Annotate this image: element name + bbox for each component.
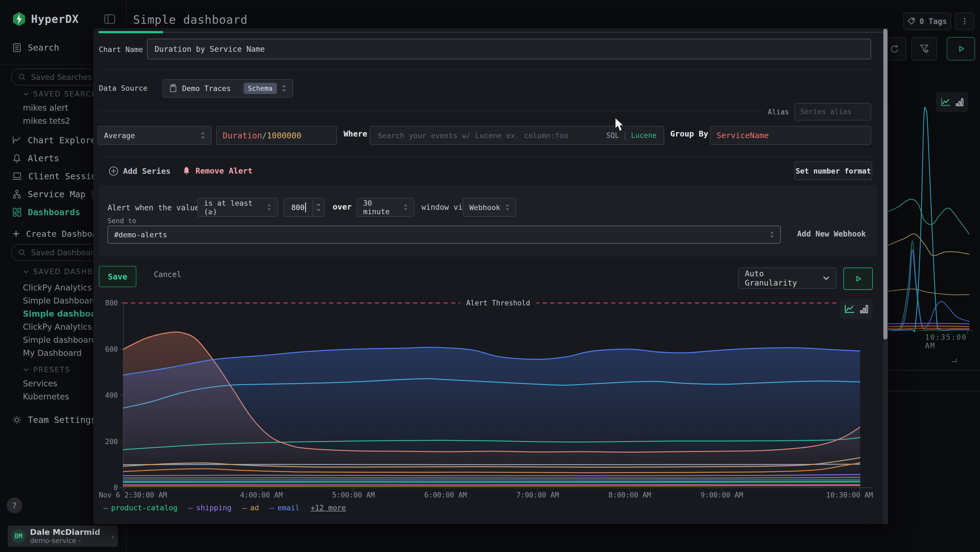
svg-text:4:00:00 AM: 4:00:00 AM [240, 491, 283, 499]
data-source-select[interactable]: Demo Traces Schema [162, 79, 293, 97]
help-button[interactable]: ? [6, 498, 22, 513]
background-chart-type-toggle[interactable] [936, 92, 968, 112]
save-button[interactable]: Save [99, 266, 136, 287]
sidebar-item-client-sessions[interactable]: Client Sessions [12, 171, 107, 182]
saved-searches-input[interactable] [30, 72, 100, 82]
query-language-toggle[interactable]: SQL | Lucene [606, 131, 657, 139]
chevrons-updown-icon [282, 84, 286, 93]
sidebar-item-dashboards[interactable]: Dashboards [12, 207, 80, 217]
dashboards-grid-icon [12, 207, 22, 217]
cancel-button[interactable]: Cancel [154, 270, 181, 279]
set-number-format-button[interactable]: Set number format [794, 161, 872, 180]
legend-swatch: — [103, 504, 108, 512]
sidebar-item-team-settings[interactable]: Team Settings [12, 415, 96, 425]
data-source-label: Data Source [99, 84, 148, 93]
more-menu-button[interactable] [955, 13, 975, 30]
saved-search-item[interactable]: mikes tets2 [23, 116, 70, 126]
dashboard-list-item[interactable]: Simple dashboard [23, 335, 97, 345]
legend-item[interactable]: —ad [242, 504, 259, 512]
alias-input[interactable] [794, 103, 871, 120]
aggregation-select[interactable]: Average [97, 126, 212, 145]
saved-dashboards-input[interactable] [30, 248, 100, 257]
dashboard-list-item[interactable]: Simple Dashboard [23, 296, 98, 305]
run-query-button-top[interactable] [947, 37, 975, 61]
user-menu[interactable]: DM Dale McDiarmid demo-service - › [8, 526, 118, 547]
divider [99, 111, 764, 112]
send-to-select[interactable]: #demo-alerts [108, 226, 781, 244]
chart-name-input[interactable] [147, 39, 871, 59]
schema-badge: Schema [243, 83, 277, 94]
alert-threshold-input[interactable]: 800 [284, 198, 325, 217]
run-query-button[interactable] [843, 268, 873, 290]
filter-button[interactable] [912, 37, 937, 61]
avatar: DM [11, 529, 25, 543]
lucene-toggle[interactable]: Lucene [631, 131, 657, 139]
user-name: Dale McDiarmid [30, 528, 100, 537]
sidebar-item-alerts[interactable]: Alerts [12, 153, 59, 163]
field-expression-input[interactable]: Duration/1000000 [216, 126, 337, 145]
tile-resize-handle[interactable] [952, 359, 957, 362]
logo-text: HyperDX [31, 13, 79, 26]
bell-icon [182, 166, 191, 176]
chevron-down-icon [23, 92, 29, 96]
legend-more[interactable]: +12 more [310, 504, 346, 512]
mouse-cursor [614, 117, 626, 132]
chevron-right-icon: › [111, 531, 114, 541]
tags-button[interactable]: 0 Tags [903, 13, 951, 30]
alert-condition-select[interactable]: is at least (≥) [197, 198, 278, 217]
sidebar-item-search[interactable]: Search [12, 43, 59, 53]
sidebar-collapse-button[interactable] [104, 13, 115, 25]
alert-config-panel: Alert when the value is at least (≥) 800… [99, 185, 877, 257]
alert-window-select[interactable]: 30 minute [356, 198, 414, 217]
search-doc-icon [12, 43, 22, 53]
hyperdx-logo-icon [12, 11, 26, 27]
plus-icon [12, 230, 20, 238]
dashboard-list-item[interactable]: ClickPy Analytics [23, 322, 92, 332]
chevron-down-icon [23, 270, 29, 274]
remove-alert-button[interactable]: Remove Alert [182, 166, 253, 176]
logo[interactable]: HyperDX [12, 11, 79, 27]
user-subtitle: demo-service - [30, 537, 100, 545]
chart-type-toggle[interactable] [840, 299, 872, 319]
dashboard-list-item[interactable]: My Dashboard [23, 348, 82, 358]
legend-item[interactable]: —email [270, 504, 300, 512]
presets-header[interactable]: PRESETS [23, 365, 70, 374]
legend-item[interactable]: —product-catalog [103, 504, 178, 512]
chart-line-icon [12, 136, 22, 145]
alert-channel-select[interactable]: Webhook [463, 198, 516, 217]
text-caret [305, 203, 306, 212]
svg-text:6:00:00 AM: 6:00:00 AM [425, 491, 467, 499]
sidebar-item-chart-explorer[interactable]: Chart Explorer [12, 135, 101, 145]
svg-text:200: 200 [105, 437, 118, 446]
svg-text:8:00:00 AM: 8:00:00 AM [608, 491, 651, 499]
modal-scrollbar-thumb[interactable] [883, 29, 888, 340]
granularity-select[interactable]: Auto Granularity [738, 268, 836, 289]
add-new-webhook-button[interactable]: Add New Webhook [797, 230, 866, 238]
preset-item-kubernetes[interactable]: Kubernetes [23, 392, 69, 401]
saved-search-item[interactable]: mikes alert [23, 103, 68, 113]
chevron-down-icon [822, 276, 830, 281]
group-by-input[interactable]: ServiceName [710, 126, 871, 145]
preset-item-services[interactable]: Services [23, 379, 57, 388]
legend-swatch: — [270, 504, 274, 512]
add-series-button[interactable]: Add Series [108, 166, 171, 176]
where-search-input[interactable] [377, 131, 606, 140]
bell-icon [12, 153, 22, 163]
filter-icon [919, 44, 929, 54]
line-chart-icon [940, 97, 951, 107]
expr-operator: / [262, 131, 267, 140]
legend-swatch: — [242, 504, 247, 512]
tag-icon [907, 17, 915, 26]
kebab-icon [961, 18, 969, 25]
bar-chart-icon [956, 97, 964, 107]
legend-item[interactable]: —shipping [188, 504, 231, 512]
number-stepper[interactable] [312, 198, 324, 216]
chevrons-updown-icon [267, 203, 271, 212]
sql-toggle[interactable]: SQL [606, 131, 619, 139]
tags-button-label: 0 Tags [919, 17, 947, 26]
aggregation-value: Average [104, 131, 135, 140]
background-time-label: 10:35:00 AM [925, 333, 980, 350]
chart-name-label: Chart Name [99, 45, 143, 54]
duration-chart-svg: 0200400600800Nov 6 2:30:00 AM4:00:00 AM5… [99, 294, 873, 502]
dashboard-list-item[interactable]: ClickPy Analytics [23, 283, 92, 292]
